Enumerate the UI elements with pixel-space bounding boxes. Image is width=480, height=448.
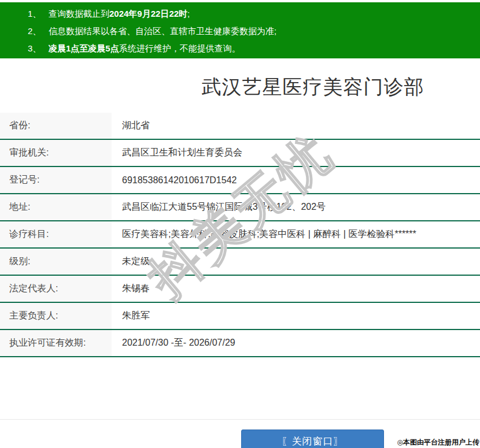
close-window-button[interactable]: 〖关闭窗口〗 (241, 430, 384, 448)
page-title: 武汉艺星医疗美容门诊部 (0, 74, 480, 101)
row-label: 级别: (0, 249, 112, 275)
row-value: 朱胜军 (112, 310, 480, 322)
notice-text: 信息数据结果以各省、自治区、直辖市卫生健康委数据为准; (49, 26, 276, 36)
info-table: 省份: 湖北省 审批机关: 武昌区卫生和计划生育委员会 登记号: 6918538… (0, 113, 480, 357)
row-label: 登记号: (0, 167, 112, 193)
notice-number: 2、 (28, 23, 49, 40)
notice-bar: 1、查询数据截止到2024年9月22日22时; 2、信息数据结果以各省、自治区、… (0, 2, 480, 58)
row-value: 69185386142010617D1542 (112, 175, 480, 186)
row-value: 未定级 (112, 256, 480, 268)
notice-text-bold: 凌晨1点至凌晨5点 (49, 43, 119, 53)
footer-divider (0, 419, 480, 420)
notice-line-3: 3、凌晨1点至凌晨5点系统进行维护，不能提供查询。 (0, 40, 480, 57)
row-label: 地址: (0, 194, 112, 220)
notice-text: 系统进行维护，不能提供查询。 (119, 43, 241, 53)
notice-line-2: 2、信息数据结果以各省、自治区、直辖市卫生健康委数据为准; (0, 23, 480, 40)
row-label: 省份: (0, 113, 112, 139)
table-row-registration-number: 登记号: 69185386142010617D1542 (0, 167, 480, 194)
table-row-approval-authority: 审批机关: 武昌区卫生和计划生育委员会 (0, 140, 480, 167)
row-value: 武昌区卫生和计划生育委员会 (112, 147, 480, 159)
row-value: 武昌区临江大道55号锦江国际城3号楼102、202号 (112, 201, 480, 213)
notice-number: 1、 (28, 5, 49, 23)
notice-text: ; (187, 9, 190, 18)
notice-number: 3、 (28, 40, 49, 57)
table-row-legal-representative: 法定代表人: 朱锡春 (0, 276, 480, 303)
row-label: 审批机关: (0, 140, 112, 166)
row-label: 执业许可证有效期: (0, 330, 112, 356)
row-label: 主要负责人: (0, 303, 112, 329)
notice-text-bold: 2024年9月22日22时 (109, 9, 187, 18)
license-detail-page: 1、查询数据截止到2024年9月22日22时; 2、信息数据结果以各省、自治区、… (0, 0, 480, 448)
row-value: 湖北省 (112, 120, 480, 132)
table-row-level: 级别: 未定级 (0, 249, 480, 276)
notice-text: 查询数据截止到 (49, 9, 109, 18)
row-label: 诊疗科目: (0, 221, 112, 247)
table-row-address: 地址: 武昌区临江大道55号锦江国际城3号楼102、202号 (0, 194, 480, 221)
row-value: 朱锡春 (112, 283, 480, 295)
table-row-main-person-in-charge: 主要负责人: 朱胜军 (0, 303, 480, 330)
upload-credit-text: ◎本图由平台注册用户上传 (397, 438, 479, 447)
table-row-medical-subjects: 诊疗科目: 医疗美容科;美容外科;美容皮肤科;美容中医科 | 麻醉科 | 医学检… (0, 221, 480, 249)
notice-line-1: 1、查询数据截止到2024年9月22日22时; (0, 5, 480, 23)
table-row-province: 省份: 湖北省 (0, 113, 480, 140)
row-value: 医疗美容科;美容外科;美容皮肤科;美容中医科 | 麻醉科 | 医学检验科****… (112, 228, 480, 240)
row-value: 2021/07/30 -至- 2026/07/29 (112, 337, 480, 349)
row-label: 法定代表人: (0, 276, 112, 302)
table-row-license-validity: 执业许可证有效期: 2021/07/30 -至- 2026/07/29 (0, 330, 480, 357)
